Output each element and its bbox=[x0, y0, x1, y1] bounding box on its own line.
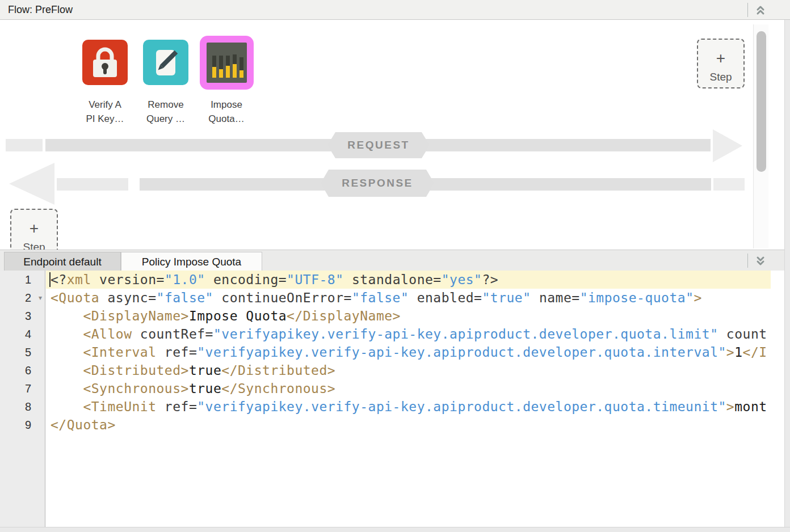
code-token: name= bbox=[531, 290, 580, 305]
code-token: count bbox=[718, 327, 767, 341]
code-token: xml bbox=[67, 272, 91, 287]
line-number: 3 bbox=[0, 307, 45, 325]
tab-policy-impose-quota[interactable]: Policy Impose Quota bbox=[121, 252, 262, 271]
code-token: "1.0" bbox=[165, 272, 205, 287]
step-label-line2: PI Key… bbox=[86, 113, 124, 124]
code-token: 1 bbox=[734, 345, 742, 360]
code-token: async= bbox=[99, 290, 156, 305]
verify-api-key-policy-icon bbox=[82, 40, 128, 85]
proxy-editor-screen: Flow: PreFlow Verify A PI Key… bbox=[0, 0, 790, 532]
code-token: encoding= bbox=[205, 272, 287, 287]
flow-collapse-button[interactable] bbox=[752, 2, 769, 18]
code-token bbox=[51, 309, 83, 323]
policy-step-verify-api-key[interactable] bbox=[82, 40, 128, 85]
code-token bbox=[51, 345, 83, 360]
titlebar-separator bbox=[747, 3, 748, 17]
policy-step-remove-query[interactable] bbox=[143, 40, 188, 85]
code-token: > bbox=[694, 290, 702, 305]
step-label-impose-quota: Impose Quota… bbox=[190, 98, 263, 126]
code-token: standalone= bbox=[344, 272, 442, 287]
plus-icon: + bbox=[11, 220, 57, 237]
code-line-6[interactable]: <Distributed>true</Distributed> bbox=[46, 361, 771, 379]
line-number-gutter: 12▾3456789 bbox=[0, 271, 45, 527]
chevron-double-up-icon bbox=[755, 5, 766, 16]
pencil-note-icon bbox=[143, 40, 188, 85]
add-step-button-bottom[interactable]: + Step bbox=[10, 209, 58, 250]
fold-toggle-icon[interactable]: ▾ bbox=[39, 289, 42, 307]
code-line-5[interactable]: <Interval ref="verifyapikey.verify-api-k… bbox=[46, 343, 771, 361]
policy-step-impose-quota[interactable] bbox=[200, 36, 254, 90]
code-token bbox=[51, 327, 83, 341]
code-token: > bbox=[726, 399, 734, 414]
code-token: "UTF-8" bbox=[287, 272, 343, 287]
code-token: ref= bbox=[157, 399, 198, 414]
code-line-2[interactable]: <Quota async="false" continueOnError="fa… bbox=[46, 289, 771, 307]
code-line-9[interactable]: </Quota> bbox=[46, 416, 771, 434]
plus-icon: + bbox=[698, 50, 743, 67]
code-token: continueOnError= bbox=[213, 290, 352, 305]
flow-vertical-scrollbar-thumb[interactable] bbox=[757, 31, 766, 172]
line-number: 1 bbox=[0, 271, 45, 289]
flow-vertical-scrollbar-track[interactable] bbox=[753, 24, 768, 248]
code-token: <DisplayName> bbox=[83, 309, 189, 323]
selected-step-highlight bbox=[200, 36, 254, 90]
code-token: version= bbox=[91, 272, 165, 287]
add-step-button-top[interactable]: + Step bbox=[697, 39, 745, 88]
tab-endpoint-default[interactable]: Endpoint default bbox=[4, 252, 121, 271]
code-token: ?> bbox=[482, 272, 498, 287]
code-token: <TimeUnit bbox=[83, 399, 156, 414]
code-token: <? bbox=[51, 272, 67, 287]
code-token: countRef= bbox=[132, 327, 213, 341]
code-token bbox=[51, 381, 83, 396]
code-token: Impose Quota bbox=[189, 309, 287, 323]
code-token: "verifyapikey.verify-api-key.apiproduct.… bbox=[197, 345, 726, 360]
code-lines: <?xml version="1.0" encoding="UTF-8" sta… bbox=[46, 271, 771, 527]
line-number: 5 bbox=[0, 343, 45, 361]
lock-icon bbox=[82, 40, 128, 85]
chevron-double-down-icon bbox=[755, 255, 766, 267]
code-editor[interactable]: 12▾3456789 <?xml version="1.0" encoding=… bbox=[0, 271, 784, 527]
step-label-line1: Verify A bbox=[89, 99, 121, 110]
code-token: "verifyapikey.verify-api-key.apiproduct.… bbox=[213, 327, 718, 341]
code-line-7[interactable]: <Synchronous>true</Synchronous> bbox=[46, 379, 771, 398]
code-token bbox=[51, 363, 83, 378]
editor-panel: Endpoint default Policy Impose Quota 12▾… bbox=[0, 250, 784, 527]
code-token: <Distributed> bbox=[83, 363, 189, 378]
response-bar-start bbox=[57, 178, 128, 191]
line-number: 6 bbox=[0, 361, 45, 379]
window-bottom-edge bbox=[0, 527, 790, 532]
code-token: "false" bbox=[352, 290, 409, 305]
code-token: "false" bbox=[157, 290, 213, 305]
code-line-3[interactable]: <DisplayName>Impose Quota</DisplayName> bbox=[46, 307, 771, 325]
code-token: </Quota> bbox=[51, 417, 116, 432]
code-token: mont bbox=[734, 399, 767, 414]
response-bar-end bbox=[713, 178, 745, 191]
line-number: 4 bbox=[0, 325, 45, 343]
flow-canvas: Verify A PI Key… Remove Query … bbox=[0, 20, 784, 250]
code-token: <Allow bbox=[83, 327, 132, 341]
code-token: "verifyapikey.verify-api-key.apiproduct.… bbox=[197, 399, 726, 414]
code-token bbox=[51, 399, 83, 414]
step-label-line2: Query … bbox=[146, 113, 185, 124]
request-badge: REQUEST bbox=[327, 132, 430, 158]
tabbar-separator bbox=[747, 254, 748, 268]
code-token: </Distributed> bbox=[221, 363, 335, 378]
code-line-8[interactable]: <TimeUnit ref="verifyapikey.verify-api-k… bbox=[46, 398, 771, 416]
code-line-4[interactable]: <Allow countRef="verifyapikey.verify-api… bbox=[46, 325, 771, 343]
flow-panel-title: Flow: PreFlow bbox=[8, 0, 73, 20]
editor-collapse-button[interactable] bbox=[752, 253, 769, 268]
line-number: 7 bbox=[0, 379, 45, 398]
code-token: enabled= bbox=[409, 290, 482, 305]
step-label-line1: Impose bbox=[211, 99, 242, 110]
code-token: "true" bbox=[482, 290, 531, 305]
code-token: ref= bbox=[157, 345, 198, 360]
code-token: </Synchronous> bbox=[221, 381, 335, 396]
step-label-line1: Remove bbox=[148, 99, 183, 110]
step-label-line2: Quota… bbox=[208, 113, 244, 124]
editor-tabbar: Endpoint default Policy Impose Quota bbox=[0, 250, 784, 271]
code-token: true bbox=[189, 381, 221, 396]
response-arrowhead-icon bbox=[9, 163, 54, 205]
code-line-1[interactable]: <?xml version="1.0" encoding="UTF-8" sta… bbox=[46, 271, 771, 289]
window-right-edge bbox=[784, 20, 790, 527]
request-bar-start bbox=[6, 139, 43, 151]
